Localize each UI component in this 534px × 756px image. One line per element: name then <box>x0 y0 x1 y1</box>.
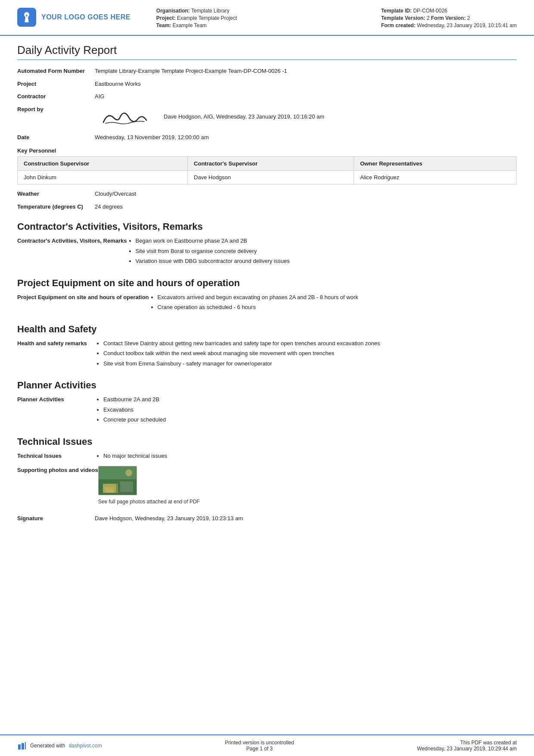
supporting-label: Supporting photos and videos <box>17 466 98 475</box>
col-construction-supervisor: Construction Supervisor <box>18 157 188 171</box>
footer-link[interactable]: dashpivot.com <box>68 743 102 749</box>
form-version-value: 2 <box>467 15 470 21</box>
project-field-value: Eastbourne Works <box>95 80 517 88</box>
form-version-label: Form Version: <box>431 15 466 21</box>
footer-page-of: of <box>264 746 268 752</box>
weather-label: Weather <box>17 190 95 198</box>
technical-list: No major technical issues <box>95 452 517 460</box>
temperature-value: 24 degrees <box>95 203 517 211</box>
form-created-label: Form created: <box>381 22 416 28</box>
template-version-row: Template Version: 2 Form Version: 2 <box>381 15 517 21</box>
form-created-value: Wednesday, 23 January 2019, 10:15:41 am <box>417 22 517 28</box>
weather-value: Cloudy/Overcast <box>95 190 517 198</box>
health-safety-label: Health and safety remarks <box>17 339 95 348</box>
svg-rect-8 <box>25 742 26 750</box>
signature-label: Signature <box>17 514 95 523</box>
footer-center: Printed version is uncontrolled Page 1 o… <box>225 740 294 752</box>
footer-uncontrolled: Printed version is uncontrolled <box>225 740 294 746</box>
activity-item-3: Variation issue with DBG subcontractor a… <box>136 257 517 266</box>
footer-pdf-created-label: This PDF was created at <box>417 740 517 746</box>
footer-left: Generated with dashpivot.com <box>17 741 102 750</box>
activities-row: Contractor's Activities, Visitors, Remar… <box>17 237 517 267</box>
personnel-data-row: John Dinkum Dave Hodgson Alice Rodriguez <box>18 171 517 184</box>
footer-generated-label: Generated with <box>30 743 65 749</box>
key-personnel-label: Key Personnel <box>17 147 517 154</box>
photo-thumbnail <box>98 466 137 495</box>
template-id-row: Template ID: DP-COM-0026 <box>381 8 517 14</box>
template-id-value: DP-COM-0026 <box>413 8 447 14</box>
org-value: Template Library <box>191 8 230 14</box>
personnel-table: Construction Supervisor Contractor's Sup… <box>17 156 517 184</box>
technical-row: Technical Issues No major technical issu… <box>17 452 517 462</box>
signature-image <box>95 105 155 129</box>
equipment-item-1: Excavators arrived and begun excavating … <box>158 293 517 302</box>
report-by-row: Report by Dave Hodgson, AIG, Wednesday, … <box>17 105 517 129</box>
header-right: Template ID: DP-COM-0026 Template Versio… <box>381 8 517 30</box>
signature-value: Dave Hodgson, Wednesday, 23 January 2019… <box>95 514 517 523</box>
construction-supervisor-value: John Dinkum <box>18 171 188 184</box>
form-number-row: Automated Form Number Template Library-E… <box>17 67 517 75</box>
project-label: Project: <box>156 15 176 21</box>
signature-area-top: Dave Hodgson, AIG, Wednesday, 23 January… <box>95 105 517 129</box>
health-safety-item-3: Site visit from Emma Sainsbury - safety … <box>103 359 517 368</box>
svg-rect-7 <box>22 743 24 750</box>
svg-rect-2 <box>103 484 118 493</box>
footer-page-info: Page 1 of 3 <box>225 746 294 752</box>
planner-item-2: Excavations <box>103 406 517 414</box>
signature-svg <box>95 105 155 129</box>
footer-page-total: 3 <box>270 746 273 752</box>
activity-item-1: Began work on Eastbourne phase 2A and 2B <box>136 237 517 245</box>
temperature-row: Temperature (degrees C) 24 degrees <box>17 203 517 211</box>
equipment-list: Excavators arrived and begun excavating … <box>149 293 517 312</box>
contractors-supervisor-value: Dave Hodgson <box>188 171 354 184</box>
svg-rect-3 <box>120 481 133 492</box>
planner-value: Eastbourne 2A and 2B Excavations Concret… <box>95 395 517 426</box>
footer: Generated with dashpivot.com Printed ver… <box>0 734 534 756</box>
col-owner-representatives: Owner Representatives <box>354 157 517 171</box>
activities-label: Contractor's Activities, Visitors, Remar… <box>17 237 127 245</box>
svg-rect-4 <box>105 487 114 492</box>
col-contractors-supervisor: Contractor's Supervisor <box>188 157 354 171</box>
activities-list: Began work on Eastbourne phase 2A and 2B… <box>127 237 517 266</box>
signature-row: Signature Dave Hodgson, Wednesday, 23 Ja… <box>17 514 517 523</box>
planner-item-1: Eastbourne 2A and 2B <box>103 395 517 404</box>
template-version-label: Template Version: <box>381 15 425 21</box>
activity-item-2: Site visit from Boral to organise concre… <box>136 247 517 256</box>
personnel-header-row: Construction Supervisor Contractor's Sup… <box>18 157 517 171</box>
equipment-heading: Project Equipment on site and hours of o… <box>17 278 517 289</box>
report-by-field: Dave Hodgson, AIG, Wednesday, 23 January… <box>95 105 517 129</box>
contractor-field-row: Contractor AIG <box>17 92 517 101</box>
report-by-text: Dave Hodgson, AIG, Wednesday, 23 January… <box>164 112 324 121</box>
dashpivot-logo-icon <box>17 741 27 750</box>
footer-right: This PDF was created at Wednesday, 23 Ja… <box>417 740 517 752</box>
health-safety-item-2: Conduct toolbox talk within the next wee… <box>103 349 517 358</box>
org-row: Organisation: Template Library <box>156 8 373 14</box>
planner-label: Planner Activities <box>17 395 95 404</box>
team-row: Team: Example Team <box>156 22 373 28</box>
project-row: Project: Example Template Project <box>156 15 373 21</box>
equipment-label: Project Equipment on site and hours of o… <box>17 293 149 302</box>
photo-svg <box>99 466 137 495</box>
activities-value: Began work on Eastbourne phase 2A and 2B… <box>127 237 517 267</box>
svg-point-5 <box>125 469 132 476</box>
health-safety-item-1: Contact Steve Daintry about getting new … <box>103 339 517 348</box>
equipment-item-2: Crane operation as scheduled - 6 hours <box>158 303 517 312</box>
form-number-label: Automated Form Number <box>17 67 95 75</box>
project-field-label: Project <box>17 80 95 88</box>
supporting-row: Supporting photos and videos See full pa… <box>17 466 517 510</box>
header-meta: Organisation: Template Library Project: … <box>139 8 373 30</box>
header: YOUR LOGO GOES HERE Organisation: Templa… <box>0 0 534 36</box>
report-by-label: Report by <box>17 105 95 114</box>
date-value: Wednesday, 13 November 2019, 12:00:00 am <box>95 133 517 142</box>
equipment-row: Project Equipment on site and hours of o… <box>17 293 517 313</box>
health-safety-row: Health and safety remarks Contact Steve … <box>17 339 517 370</box>
health-safety-list: Contact Steve Daintry about getting new … <box>95 339 517 368</box>
planner-list: Eastbourne 2A and 2B Excavations Concret… <box>95 395 517 424</box>
project-field-row: Project Eastbourne Works <box>17 80 517 88</box>
contractor-field-value: AIG <box>95 92 517 101</box>
owner-rep-value: Alice Rodriguez <box>354 171 517 184</box>
logo-svg <box>21 11 33 23</box>
contractor-field-label: Contractor <box>17 92 95 101</box>
equipment-value: Excavators arrived and begun excavating … <box>149 293 517 313</box>
project-value: Example Template Project <box>177 15 237 21</box>
